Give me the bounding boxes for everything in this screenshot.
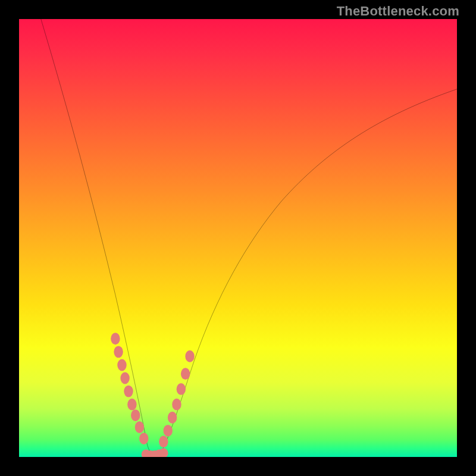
svg-point-17 — [172, 399, 181, 411]
svg-point-8 — [139, 433, 148, 444]
svg-point-19 — [181, 368, 190, 380]
chart-container: TheBottleneck.com — [0, 0, 476, 476]
svg-point-15 — [164, 425, 173, 437]
bottleneck-curve — [41, 19, 457, 456]
svg-point-7 — [135, 421, 144, 433]
watermark-text: TheBottleneck.com — [337, 4, 459, 19]
svg-point-13 — [159, 448, 168, 457]
svg-point-0 — [111, 333, 120, 345]
plot-area — [19, 19, 457, 457]
svg-point-16 — [168, 412, 177, 424]
curve-right-branch — [155, 89, 457, 456]
curve-layer — [19, 19, 457, 457]
svg-point-2 — [117, 359, 126, 371]
curve-left-branch — [41, 19, 155, 456]
svg-point-20 — [185, 350, 194, 362]
svg-point-6 — [131, 409, 140, 421]
svg-point-5 — [127, 399, 136, 411]
svg-point-4 — [124, 386, 133, 397]
svg-point-14 — [159, 436, 168, 447]
svg-point-18 — [177, 383, 186, 395]
svg-point-1 — [114, 346, 123, 358]
marker-dots — [111, 333, 195, 457]
svg-point-3 — [120, 372, 129, 384]
